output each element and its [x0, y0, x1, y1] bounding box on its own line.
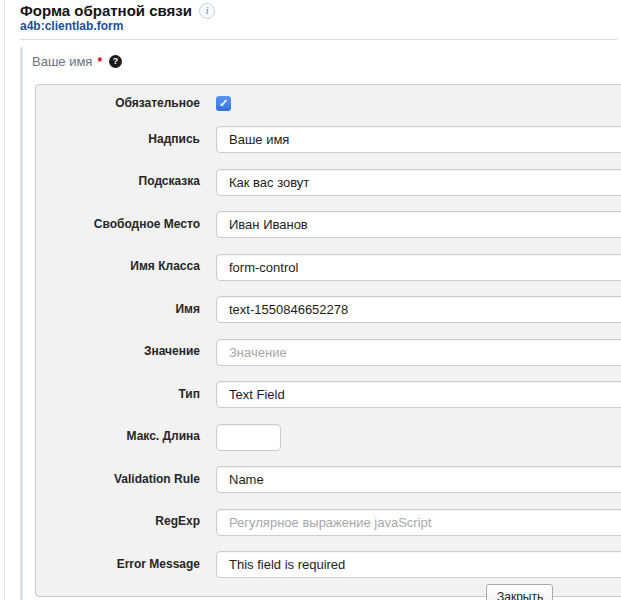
field-label: Имя Класса	[36, 260, 200, 273]
form-row-class-name: Имя Класса	[36, 254, 621, 281]
page-left-divider	[4, 0, 5, 600]
type-select[interactable]	[216, 381, 621, 408]
placeholder-input[interactable]	[216, 211, 621, 238]
form-row-regexp: RegExp	[36, 509, 621, 536]
field-label: Макс. Длина	[36, 430, 200, 443]
required-checkbox[interactable]: ✓	[216, 96, 231, 111]
form-row-max-length: Макс. Длина	[36, 424, 621, 451]
form-row-validation-rule: Validation Rule	[36, 466, 621, 493]
page-title: Форма обратной связи	[20, 2, 192, 20]
form-row-label: Надпись	[36, 126, 621, 153]
field-group-header: Ваше имя * ?	[32, 54, 122, 69]
form-row-name: Имя	[36, 296, 621, 323]
form-row-hint: Подсказка	[36, 169, 621, 196]
field-group-panel: Ваше имя * ? Обязательное ✓ Надпись Подс…	[20, 47, 621, 600]
info-icon[interactable]: i	[199, 3, 215, 19]
field-settings-panel: Обязательное ✓ Надпись Подсказка Свободн…	[35, 84, 621, 597]
close-button[interactable]: Закрыть	[486, 584, 553, 600]
field-label: Тип	[36, 388, 200, 401]
form-row-type: Тип	[36, 381, 621, 408]
field-label: Свободное Место	[36, 218, 200, 231]
value-input[interactable]	[216, 339, 621, 366]
field-label: Подсказка	[36, 175, 200, 188]
max-length-input[interactable]	[216, 424, 281, 451]
form-row-placeholder: Свободное Место	[36, 211, 621, 238]
page-header: Форма обратной связи i	[20, 2, 215, 20]
error-message-input[interactable]	[216, 551, 621, 578]
help-icon[interactable]: ?	[109, 55, 122, 68]
hint-input[interactable]	[216, 169, 621, 196]
field-label: Error Message	[36, 558, 200, 571]
name-input[interactable]	[216, 296, 621, 323]
field-group-title: Ваше имя	[32, 54, 92, 69]
form-row-value: Значение	[36, 339, 621, 366]
form-code-link[interactable]: a4b:clientlab.form	[20, 19, 123, 33]
checkmark-icon: ✓	[219, 98, 228, 109]
validation-rule-select[interactable]	[216, 466, 621, 493]
field-label: Имя	[36, 303, 200, 316]
label-input[interactable]	[216, 126, 621, 153]
class-name-input[interactable]	[216, 254, 621, 281]
field-label: Validation Rule	[36, 473, 200, 486]
header-divider	[20, 39, 617, 40]
required-asterisk: *	[97, 55, 102, 69]
regexp-input[interactable]	[216, 509, 621, 536]
field-label: Обязательное	[36, 97, 200, 110]
form-row-error-message: Error Message	[36, 551, 621, 578]
field-label: RegExp	[36, 515, 200, 528]
form-row-required: Обязательное ✓	[36, 96, 621, 111]
field-label: Значение	[36, 345, 200, 358]
field-label: Надпись	[36, 133, 200, 146]
page-content: Форма обратной связи i a4b:clientlab.for…	[20, 0, 621, 600]
